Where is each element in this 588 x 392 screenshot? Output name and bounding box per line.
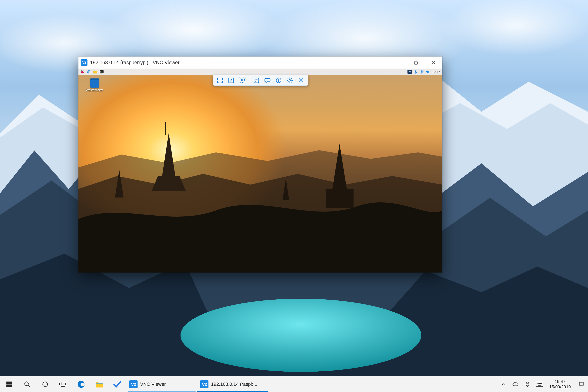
action-center-button[interactable] [575,376,588,392]
svg-rect-32 [536,382,543,387]
svg-rect-34 [538,383,538,384]
tray-onedrive[interactable] [509,376,522,392]
vnc-app-icon: V2 [200,380,208,388]
edge-icon [77,380,86,388]
vnc-chat-button[interactable] [262,76,272,85]
vnc-file-transfer-button[interactable] [251,76,261,85]
rpi-browser-button[interactable] [86,69,92,74]
windows-logo-icon [6,381,12,388]
cortana-button[interactable] [36,376,54,392]
vnc-settings-button[interactable] [284,76,295,85]
window-minimize-button[interactable]: — [390,56,407,68]
chat-icon [264,77,270,84]
svg-rect-31 [61,386,65,387]
task-view-icon [59,381,67,387]
rpi-tray-volume[interactable] [425,69,430,74]
taskbar-file-explorer[interactable] [90,376,108,392]
taskbar-app-vnc-viewer[interactable]: V2 VNC Viewer [126,376,197,392]
vnc-viewer-window[interactable]: V2 192.168.0.14 (raspberrypi) - VNC View… [78,56,442,272]
svg-rect-23 [9,382,12,384]
svg-point-21 [289,80,290,81]
vnc-disconnect-button[interactable] [296,76,306,85]
taskbar-todo[interactable] [108,376,126,392]
bluetooth-icon [414,70,417,74]
svg-rect-22 [6,382,9,384]
check-icon [113,380,122,388]
close-icon [298,77,304,84]
taskbar-date: 15/09/2019 [549,384,571,390]
rpi-wastebasket-label: Wastebasket [86,88,103,92]
rpi-wastebasket[interactable]: Wastebasket [85,78,104,92]
rpi-files-button[interactable] [92,69,98,74]
vnc-fullscreen-button[interactable] [215,76,225,85]
taskbar-app-label: VNC Viewer [140,382,166,387]
rpi-tray-bluetooth[interactable] [413,69,418,74]
vnc-window-title: 192.168.0.14 (raspberrypi) - VNC Viewer [90,60,180,66]
wifi-icon [420,70,424,74]
rpi-tray-vnc-server[interactable]: V2 [407,69,412,74]
svg-rect-3 [326,189,354,208]
rpi-menu-button[interactable] [79,69,85,74]
taskbar-app-label: 192.168.0.14 (raspb... [211,382,257,387]
svg-rect-2 [165,122,166,135]
svg-point-1 [180,299,421,372]
taskbar-time: 19:47 [555,379,566,384]
svg-rect-14 [254,78,259,83]
rpi-tray-clock[interactable]: 19:47 [431,70,441,74]
task-view-button[interactable] [54,376,72,392]
svg-point-19 [278,79,279,80]
svg-point-9 [82,72,83,73]
gear-icon [286,77,293,84]
taskbar-clock[interactable]: 19:47 15/09/2019 [546,376,575,392]
raspberry-icon [80,70,84,74]
taskbar-app-vnc-session[interactable]: V2 192.168.0.14 (raspb... [197,376,268,392]
svg-rect-29 [60,383,61,385]
vnc-info-button[interactable] [273,76,284,85]
plug-icon [524,381,530,387]
svg-rect-11 [100,70,104,73]
tray-ime[interactable] [534,376,546,392]
keyboard-icon [536,382,543,387]
taskbar-edge[interactable] [72,376,90,392]
svg-rect-37 [541,383,542,384]
window-maximize-button[interactable]: ▢ [407,56,425,68]
cortana-icon [42,381,48,388]
svg-point-17 [268,80,269,80]
window-close-button[interactable]: ✕ [425,56,442,68]
svg-point-8 [82,71,83,72]
svg-rect-35 [539,383,540,384]
cad-line3: DEL [240,82,246,84]
taskbar-search-button[interactable] [18,376,36,392]
terminal-icon [100,70,104,74]
vnc-scale-button[interactable] [226,76,236,85]
svg-point-16 [267,80,268,80]
cad-line1: CTRL [240,76,246,79]
globe-icon [87,70,91,74]
rpi-desktop[interactable]: V2 19:47 [78,68,442,272]
notification-icon [578,381,584,387]
vnc-app-icon: V2 [130,380,138,388]
windows-desktop[interactable]: V2 192.168.0.14 (raspberrypi) - VNC View… [0,0,588,392]
vnc-ctrl-alt-del-button[interactable]: CTRL ALT DEL [237,76,249,85]
transfer-icon [253,77,260,84]
tray-show-hidden[interactable] [497,376,509,392]
rpi-taskbar[interactable]: V2 19:47 [78,68,442,75]
trash-icon [90,78,99,88]
cloud-icon [512,382,518,387]
vnc-titlebar[interactable]: V2 192.168.0.14 (raspberrypi) - VNC View… [78,56,442,68]
vnc-app-icon: V2 [81,59,88,66]
rpi-terminal-button[interactable] [99,69,105,74]
rpi-tray-wifi[interactable] [419,69,424,74]
search-icon [24,381,30,388]
start-button[interactable] [0,376,18,392]
tray-power[interactable] [522,376,534,392]
windows-taskbar[interactable]: V2 VNC Viewer V2 192.168.0.14 (raspb... … [0,376,588,392]
svg-rect-28 [61,382,65,385]
svg-point-27 [43,382,48,387]
vnc-remote-screen[interactable]: V2 19:47 [78,68,442,272]
svg-rect-33 [537,383,538,384]
taskbar-tray[interactable]: 19:47 15/09/2019 [497,376,588,392]
svg-point-12 [422,73,422,74]
toolbar-separator [250,77,250,84]
vnc-session-toolbar[interactable]: CTRL ALT DEL [213,75,308,86]
